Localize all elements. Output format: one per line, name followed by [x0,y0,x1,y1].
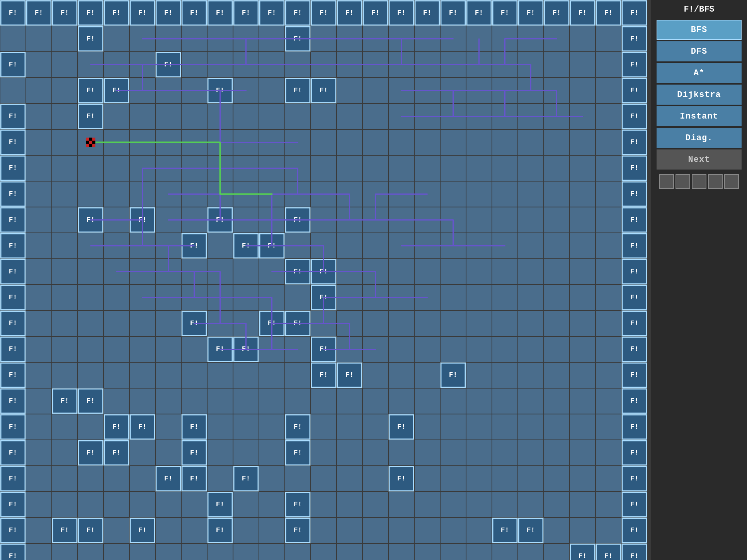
sidebar-title: F!/BFS [681,3,717,16]
diag-button[interactable]: Diag. [657,128,742,148]
next-button[interactable]: Next [657,149,742,170]
astar-button[interactable]: A* [657,63,742,83]
small-sq-4 [708,174,723,189]
dijkstra-button[interactable]: Dijkstra [657,85,742,105]
dfs-button[interactable]: DFS [657,41,742,61]
small-sq-5 [724,174,739,189]
sidebar: F!/BFS BFS DFS A* Dijkstra Instant Diag.… [651,0,747,560]
bfs-button[interactable]: BFS [657,20,742,40]
instant-button[interactable]: Instant [657,106,742,126]
small-sq-3 [692,174,706,189]
small-sq-1 [659,174,674,189]
grid-canvas[interactable] [0,0,651,560]
small-sq-2 [676,174,690,189]
grid-area [0,0,651,560]
bottom-squares-row [659,174,739,189]
main-container: F!/BFS BFS DFS A* Dijkstra Instant Diag.… [0,0,747,560]
